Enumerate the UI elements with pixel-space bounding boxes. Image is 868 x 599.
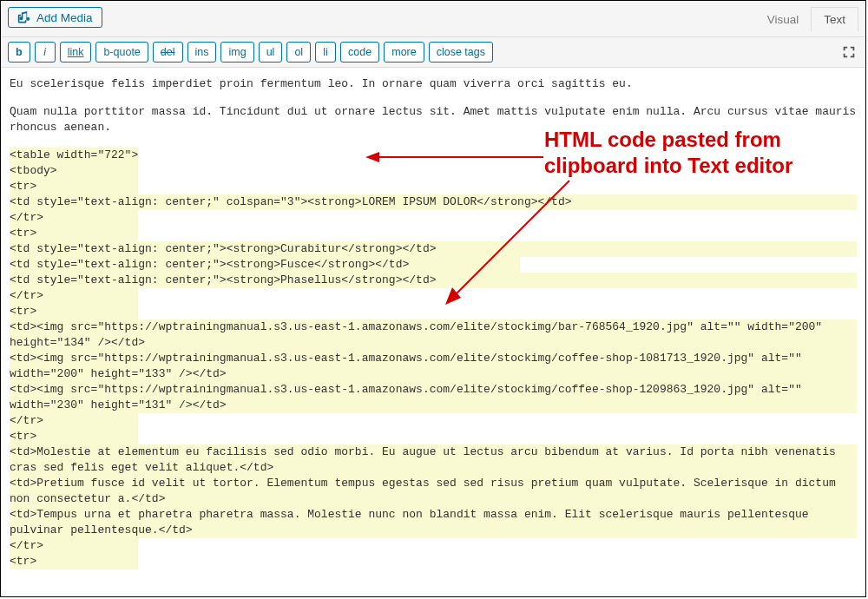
- code-line: <td style="text-align: center;"><strong>…: [10, 273, 857, 288]
- code-line: </tr>: [10, 538, 857, 554]
- add-media-label: Add Media: [36, 11, 93, 24]
- code-line: </tr>: [10, 210, 857, 226]
- qt-link[interactable]: link: [60, 42, 92, 63]
- qt-del[interactable]: del: [153, 42, 183, 63]
- add-media-button[interactable]: Add Media: [8, 7, 102, 28]
- code-line: <td><img src="https://wptrainingmanual.s…: [10, 382, 857, 413]
- qt-code[interactable]: code: [340, 42, 379, 63]
- code-line: <tr>: [10, 304, 857, 319]
- top-bar: Add Media Visual Text: [1, 1, 865, 37]
- tab-visual[interactable]: Visual: [755, 7, 812, 31]
- qt-ins[interactable]: ins: [187, 42, 217, 63]
- callout-arrow-1: [365, 150, 548, 168]
- quicktags-toolbar: b i link b-quote del ins img ul ol li co…: [1, 37, 865, 68]
- qt-img[interactable]: img: [220, 42, 253, 63]
- code-line: <tr>: [10, 554, 857, 569]
- svg-marker-3: [445, 287, 461, 305]
- camera-music-icon: [17, 10, 31, 24]
- qt-ul[interactable]: ul: [259, 42, 283, 63]
- quicktags-group: b i link b-quote del ins img ul ol li co…: [8, 42, 493, 63]
- qt-bold[interactable]: b: [8, 42, 30, 63]
- code-line: <td><img src="https://wptrainingmanual.s…: [10, 351, 857, 382]
- code-line: <td><img src="https://wptrainingmanual.s…: [10, 319, 857, 351]
- pasted-html-block: <table width="722"><tbody><tr><td style=…: [10, 148, 857, 569]
- code-line: <td>Pretium fusce id velit ut tortor. El…: [10, 476, 857, 507]
- code-line: <tr>: [10, 429, 857, 444]
- code-line: <td>Tempus urna et pharetra pharetra mas…: [10, 507, 857, 538]
- code-line: <td style="text-align: center;"><strong>…: [10, 257, 857, 273]
- fullscreen-button[interactable]: [839, 43, 858, 62]
- qt-italic[interactable]: i: [35, 42, 56, 63]
- qt-li[interactable]: li: [315, 42, 336, 63]
- fullscreen-icon: [841, 44, 857, 60]
- editor-window: Add Media Visual Text b i link b-quote d…: [0, 0, 866, 597]
- svg-marker-1: [365, 152, 379, 162]
- code-line: <td style="text-align: center;" colspan=…: [10, 194, 857, 210]
- qt-more[interactable]: more: [384, 42, 424, 63]
- code-line: <tr>: [10, 179, 857, 194]
- code-line: </tr>: [10, 413, 857, 429]
- code-line: </tr>: [10, 288, 857, 304]
- qt-close-tags[interactable]: close tags: [429, 42, 493, 63]
- qt-blockquote[interactable]: b-quote: [95, 42, 148, 63]
- annotation-callout: HTML code pasted from clipboard into Tex…: [544, 127, 792, 179]
- editor-paragraph: Eu scelerisque felis imperdiet proin fer…: [10, 76, 857, 92]
- callout-arrow-2: [435, 176, 582, 306]
- text-editor-area[interactable]: Eu scelerisque felis imperdiet proin fer…: [1, 68, 865, 597]
- code-line: <td style="text-align: center;"><strong>…: [10, 241, 857, 257]
- qt-ol[interactable]: ol: [286, 42, 311, 63]
- code-line: <td>Molestie at elementum eu facilisis s…: [10, 444, 857, 476]
- tab-text[interactable]: Text: [811, 7, 858, 31]
- svg-line-2: [452, 181, 569, 298]
- code-line: <tr>: [10, 226, 857, 241]
- callout-line1: HTML code pasted from: [544, 127, 792, 153]
- editor-tabs: Visual Text: [755, 7, 858, 31]
- callout-line2: clipboard into Text editor: [544, 153, 792, 179]
